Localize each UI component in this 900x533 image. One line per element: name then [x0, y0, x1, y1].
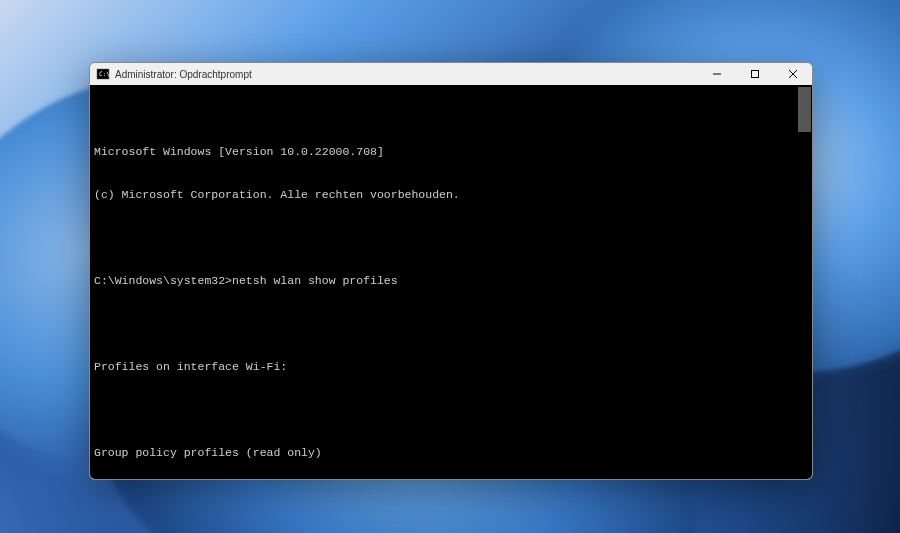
version-line: Microsoft Windows [Version 10.0.22000.70… — [94, 145, 808, 159]
prompt-path: C:\Windows\system32> — [94, 274, 232, 287]
blank-line — [94, 231, 808, 245]
svg-rect-3 — [752, 71, 759, 78]
command-prompt-window: C:\ Administrator: Opdrachtprompt Micros… — [89, 62, 813, 480]
maximize-button[interactable] — [736, 63, 774, 85]
prompt-line: C:\Windows\system32>netsh wlan show prof… — [94, 274, 808, 288]
window-title: Administrator: Opdrachtprompt — [115, 69, 698, 80]
minimize-button[interactable] — [698, 63, 736, 85]
blank-line — [94, 403, 808, 417]
titlebar[interactable]: C:\ Administrator: Opdrachtprompt — [90, 63, 812, 85]
cmd-icon: C:\ — [96, 67, 110, 81]
close-button[interactable] — [774, 63, 812, 85]
command-text: netsh wlan show profiles — [232, 274, 398, 287]
blank-line — [94, 317, 808, 331]
svg-text:C:\: C:\ — [99, 70, 110, 77]
output-line: Group policy profiles (read only) — [94, 446, 808, 460]
terminal-area[interactable]: Microsoft Windows [Version 10.0.22000.70… — [90, 85, 812, 479]
copyright-line: (c) Microsoft Corporation. Alle rechten … — [94, 188, 808, 202]
scrollbar-thumb[interactable] — [798, 87, 811, 132]
output-line: Profiles on interface Wi-Fi: — [94, 360, 808, 374]
window-controls — [698, 63, 812, 85]
